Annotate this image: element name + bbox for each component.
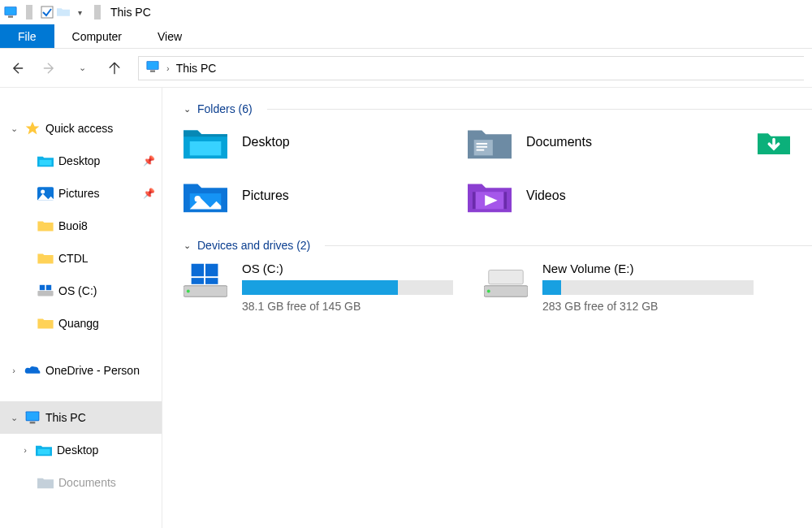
drive-os-c[interactable]: OS (C:) 38.1 GB free of 145 GB xyxy=(184,262,460,313)
this-pc-icon xyxy=(145,59,160,76)
sidebar-item-desktop[interactable]: Desktop 📌 xyxy=(0,145,162,177)
recent-locations-button[interactable]: ⌄ xyxy=(73,59,91,77)
drive-name: OS (C:) xyxy=(242,262,460,275)
title-bar: ▾ This PC xyxy=(0,0,812,24)
svg-rect-27 xyxy=(184,286,227,297)
sidebar-item-label: CTDL xyxy=(58,252,89,265)
sidebar-item-label: Quick access xyxy=(45,122,113,135)
svg-rect-5 xyxy=(147,62,158,69)
up-button[interactable] xyxy=(106,59,123,77)
folder-label: Desktop xyxy=(242,135,290,149)
folder-label: Pictures xyxy=(242,188,289,203)
sidebar-item-ctdl[interactable]: CTDL xyxy=(0,242,162,275)
ribbon-tabs: File Computer View xyxy=(0,24,812,49)
desktop-folder-icon xyxy=(37,154,54,168)
sidebar-item-desktop-pc[interactable]: › Desktop xyxy=(0,434,162,466)
svg-point-36 xyxy=(487,290,490,293)
documents-folder-icon xyxy=(37,475,54,490)
sidebar-item-label: Buoi8 xyxy=(58,219,88,232)
tab-file[interactable]: File xyxy=(0,24,54,48)
folder-icon xyxy=(37,316,54,331)
sidebar-item-label: Quangg xyxy=(58,317,99,330)
navigation-pane: ⌄ Quick access Desktop 📌 Pictures 📌 B xyxy=(0,88,162,528)
address-bar[interactable]: › This PC xyxy=(138,56,804,80)
forward-button[interactable] xyxy=(41,59,58,77)
svg-rect-14 xyxy=(27,412,39,420)
svg-rect-30 xyxy=(192,264,204,276)
svg-rect-15 xyxy=(30,422,36,424)
drive-usage-bar xyxy=(242,280,453,295)
folder-label: Videos xyxy=(526,188,566,203)
section-title: Devices and drives (2) xyxy=(197,239,310,252)
content-pane: ⌄ Folders (6) Desktop Documents xyxy=(162,88,812,528)
svg-rect-26 xyxy=(503,192,507,209)
svg-rect-34 xyxy=(484,286,528,297)
drive-new-volume-e[interactable]: New Volume (E:) 283 GB free of 312 GB xyxy=(484,262,760,313)
svg-rect-10 xyxy=(37,291,53,296)
sidebar-onedrive[interactable]: › OneDrive - Person xyxy=(0,354,162,387)
folder-icon xyxy=(37,251,54,266)
sidebar-item-quangg[interactable]: Quangg xyxy=(0,307,162,340)
downloads-folder-icon xyxy=(752,123,796,161)
section-folders[interactable]: ⌄ Folders (6) xyxy=(184,102,812,115)
sidebar-item-pictures[interactable]: Pictures 📌 xyxy=(0,177,162,210)
sidebar-item-label: OneDrive - Person xyxy=(45,364,140,377)
sidebar-item-label: This PC xyxy=(45,411,86,424)
desktop-folder-icon xyxy=(184,123,227,161)
folder-icon xyxy=(37,219,54,233)
drive-free-text: 38.1 GB free of 145 GB xyxy=(242,300,460,313)
folder-desktop[interactable]: Desktop xyxy=(184,123,468,161)
drive-usage-fill xyxy=(242,280,398,295)
pin-icon: 📌 xyxy=(143,155,155,167)
drive-usage-bar xyxy=(542,280,754,295)
sidebar-item-label: OS (C:) xyxy=(58,284,97,297)
chevron-down-icon[interactable]: ⌄ xyxy=(8,123,19,134)
folder-videos[interactable]: Videos xyxy=(468,177,752,214)
svg-point-9 xyxy=(41,189,45,193)
section-drives[interactable]: ⌄ Devices and drives (2) xyxy=(184,239,812,252)
breadcrumb-separator-icon: › xyxy=(166,63,170,73)
chevron-right-icon[interactable]: › xyxy=(8,366,19,375)
svg-rect-20 xyxy=(477,146,488,148)
navigation-row: ⌄ › This PC xyxy=(0,49,812,88)
svg-rect-7 xyxy=(40,159,52,165)
folder-documents[interactable]: Documents xyxy=(468,123,752,161)
sidebar-item-label: Pictures xyxy=(58,187,100,200)
svg-point-29 xyxy=(187,290,190,293)
documents-folder-icon xyxy=(468,123,512,161)
quick-access-dropdown-icon[interactable]: ▾ xyxy=(73,6,86,19)
folder-label: Documents xyxy=(526,135,592,149)
svg-rect-33 xyxy=(205,278,218,284)
sidebar-item-label: Desktop xyxy=(58,154,100,167)
sidebar-item-os-c[interactable]: OS (C:) xyxy=(0,275,162,307)
quick-access-folder-icon[interactable] xyxy=(57,6,70,19)
drive-usage-fill xyxy=(542,280,561,295)
drive-name: New Volume (E:) xyxy=(542,262,760,275)
sidebar-this-pc[interactable]: ⌄ This PC xyxy=(0,401,162,434)
divider xyxy=(267,109,812,110)
folder-downloads[interactable] xyxy=(752,123,812,161)
svg-rect-25 xyxy=(473,192,476,209)
quick-access-checkbox-icon[interactable] xyxy=(41,6,54,19)
breadcrumb-this-pc[interactable]: This PC xyxy=(176,62,217,75)
pictures-folder-icon xyxy=(184,177,227,214)
chevron-right-icon[interactable]: › xyxy=(19,445,31,455)
svg-rect-32 xyxy=(192,278,204,284)
chevron-down-icon[interactable]: ⌄ xyxy=(184,240,191,251)
tab-computer[interactable]: Computer xyxy=(54,24,140,48)
svg-rect-17 xyxy=(190,141,222,155)
sidebar-item-buoi8[interactable]: Buoi8 xyxy=(0,210,162,242)
folder-pictures[interactable]: Pictures xyxy=(184,177,468,214)
svg-rect-6 xyxy=(150,71,155,72)
divider xyxy=(26,5,32,19)
svg-rect-21 xyxy=(477,149,485,151)
chevron-down-icon[interactable]: ⌄ xyxy=(184,104,191,115)
sidebar-item-documents-pc[interactable]: Documents xyxy=(0,466,162,499)
chevron-down-icon[interactable]: ⌄ xyxy=(8,413,19,423)
desktop-folder-icon xyxy=(36,443,52,457)
sidebar-quick-access[interactable]: ⌄ Quick access xyxy=(0,112,162,145)
tab-view[interactable]: View xyxy=(140,24,200,48)
back-button[interactable] xyxy=(8,59,26,77)
pictures-folder-icon xyxy=(37,186,54,201)
svg-rect-11 xyxy=(40,285,45,290)
